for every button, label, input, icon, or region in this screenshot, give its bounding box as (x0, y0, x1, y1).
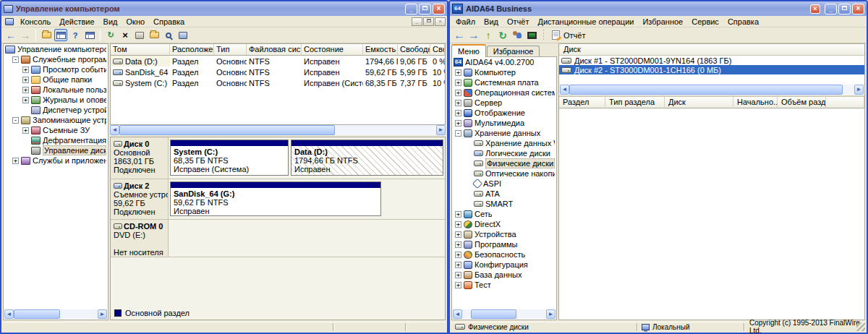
disk-list-item-2-selected[interactable]: Диск #2 - ST3000DM001-1CH166 (0 МБ) (559, 65, 864, 74)
tree-item-performance-logs[interactable]: + Журналы и оповещения пр (4, 95, 108, 105)
menu-remote-operations[interactable]: Дистанционные операции (533, 17, 638, 27)
scrollbar-thumb[interactable] (14, 309, 60, 319)
minimize-button[interactable]: _ (405, 4, 417, 14)
column-header-filesystem[interactable]: Файловая система (247, 44, 302, 56)
close-button[interactable]: × (433, 4, 445, 14)
tree-item-network[interactable]: + Сеть (452, 209, 556, 219)
disk0-label[interactable]: Диск 0 Основной 1863,01 ГБ Подключен (111, 137, 169, 179)
expand-icon[interactable]: + (22, 77, 29, 83)
tree-item-devices[interactable]: + Устройства (452, 229, 556, 239)
titlebar[interactable]: 64 AIDA64 Business × _ × (450, 1, 867, 16)
tree-item-security[interactable]: + Безопасность (452, 249, 556, 260)
report-button[interactable]: Отчёт (548, 30, 589, 40)
tree-item-physical-drives[interactable]: Физические диски (452, 158, 556, 168)
minimize-button[interactable]: _ (825, 4, 837, 14)
tree-item-optical-drives[interactable]: Оптические накопители (452, 168, 556, 179)
tree-item-aida64-root[interactable]: 64 AIDA64 v4.00.2700 (452, 57, 556, 67)
expand-icon[interactable]: + (455, 100, 461, 106)
tree-item-system-tools[interactable]: - Служебные программы (4, 54, 108, 64)
scroll-right-arrow[interactable]: ► (854, 85, 864, 95)
expand-icon[interactable]: + (22, 97, 29, 103)
expand-icon[interactable]: + (455, 272, 461, 278)
tree-item-computer-management[interactable]: Управление компьютером (локаль (4, 44, 108, 54)
tree-horizontal-scrollbar[interactable]: ◄ ► (453, 309, 556, 319)
column-header-disk[interactable]: Диск (665, 97, 733, 108)
menu-view[interactable]: Вид (99, 17, 122, 27)
volume-row-system[interactable]: System (C:) Раздел Основной NTFS Исправе… (111, 77, 445, 88)
maximize-button[interactable] (838, 4, 851, 14)
expand-icon[interactable]: + (455, 221, 461, 228)
column-header-free-percent[interactable]: Свободно % (430, 44, 445, 56)
tree-item-benchmark[interactable]: + Тест (452, 280, 556, 290)
monitor-button[interactable] (525, 29, 538, 41)
tree-item-smart[interactable]: SMART (452, 199, 556, 209)
tree-item-storage[interactable]: - Запоминающие устройства (4, 115, 108, 125)
mdi-close-button[interactable]: × (435, 17, 446, 26)
expand-icon[interactable]: + (455, 90, 461, 96)
disk-column-header[interactable]: Диск (559, 44, 864, 56)
users-button[interactable] (511, 29, 524, 41)
expand-icon[interactable]: + (455, 252, 461, 258)
notification-close-button[interactable]: × (810, 4, 820, 14)
tree-item-windows-storage[interactable]: Хранение данных Windows (452, 138, 556, 148)
scroll-left-arrow[interactable]: ◄ (110, 125, 119, 135)
scrollbar-thumb[interactable] (119, 125, 335, 135)
column-header-status[interactable]: Состояние (302, 44, 363, 56)
column-header-free[interactable]: Свободно (398, 44, 430, 56)
scrollbar-thumb[interactable] (471, 309, 517, 319)
collapse-icon[interactable]: - (455, 130, 461, 137)
tree-item-software[interactable]: + Программы (452, 239, 556, 249)
menu-help[interactable]: Справка (723, 17, 763, 27)
expand-icon[interactable]: + (455, 211, 461, 218)
collapse-icon[interactable]: - (12, 56, 19, 63)
scroll-left-arrow[interactable]: ◄ (560, 85, 569, 95)
scroll-right-arrow[interactable]: ► (436, 125, 446, 135)
tree-item-computer[interactable]: + Компьютер (452, 67, 556, 77)
tree-item-logical-drives[interactable]: Логические диски (452, 148, 556, 158)
export-list-button[interactable] (176, 29, 190, 41)
forward-button[interactable]: → (467, 29, 480, 41)
maximize-button[interactable] (419, 4, 431, 14)
menu-file[interactable]: Файл (451, 17, 480, 27)
scrollbar-thumb[interactable] (569, 85, 843, 95)
disk-list-item-1[interactable]: Диск #1 - ST2000DM001-9YN164 (1863 ГБ) (559, 56, 864, 65)
menu-report[interactable]: Отчёт (503, 17, 533, 27)
show-console-tree-button[interactable] (54, 29, 67, 41)
menu-help[interactable]: Справка (149, 17, 189, 27)
refresh-button[interactable]: ↻ (496, 29, 509, 41)
partition-system-c[interactable]: System (C:) 68,35 ГБ NTFS Исправен (Сист… (170, 140, 289, 176)
menu-favorites[interactable]: Избранное (638, 17, 687, 27)
partition-sandisk-g[interactable]: SanDisk_64 (G:) 59,62 ГБ NTFS Исправен (170, 181, 381, 216)
volume-row-sandisk[interactable]: SanDisk_64 (G:) Раздел Основной NTFS Исп… (111, 67, 445, 77)
menu-view[interactable]: Вид (480, 17, 503, 27)
expand-icon[interactable]: + (12, 158, 19, 164)
properties-pane-button[interactable] (83, 29, 96, 41)
back-button[interactable]: ← (4, 29, 17, 41)
volume-list-scrollbar[interactable]: ◄ ► (110, 125, 446, 135)
tree-item-config[interactable]: + Конфигурация (452, 260, 556, 270)
tree-item-device-manager[interactable]: Диспетчер устройств (4, 105, 108, 115)
disk-list-scrollbar[interactable]: ◄ ► (560, 85, 864, 95)
cdrom-label[interactable]: CD-ROM 0 DVD (E:) Нет носителя (111, 220, 169, 257)
scroll-left-arrow[interactable]: ◄ (4, 309, 14, 319)
expand-icon[interactable]: + (455, 120, 461, 127)
expand-icon[interactable]: + (455, 231, 461, 238)
scroll-right-arrow[interactable]: ► (98, 309, 107, 319)
tab-menu[interactable]: Меню (451, 44, 486, 57)
delete-button[interactable]: × (119, 29, 132, 41)
tree-item-event-viewer[interactable]: + Просмотр событий (4, 64, 108, 74)
tree-item-display[interactable]: + Отображение (452, 108, 556, 118)
close-button[interactable]: × (852, 4, 864, 14)
tree-item-operating-system[interactable]: + Операционная система (452, 87, 556, 98)
expand-icon[interactable]: + (22, 67, 29, 73)
tree-item-disk-defragmenter[interactable]: Дефрагментация диска (4, 135, 108, 145)
forward-button[interactable]: → (19, 29, 32, 41)
tree-item-ata[interactable]: ATA (452, 189, 556, 199)
column-header-partition[interactable]: Раздел (559, 97, 605, 108)
menu-tools[interactable]: Сервис (687, 17, 723, 27)
scroll-right-arrow[interactable]: ► (546, 309, 556, 319)
tree-item-shared-folders[interactable]: + Общие папки (4, 74, 108, 85)
volume-row-data[interactable]: Data (D:) Раздел Основной NTFS Исправен … (111, 56, 445, 67)
tree-item-disk-management[interactable]: Управление дисками (4, 145, 108, 155)
tree-item-multimedia[interactable]: + Мультимедиа (452, 118, 556, 128)
